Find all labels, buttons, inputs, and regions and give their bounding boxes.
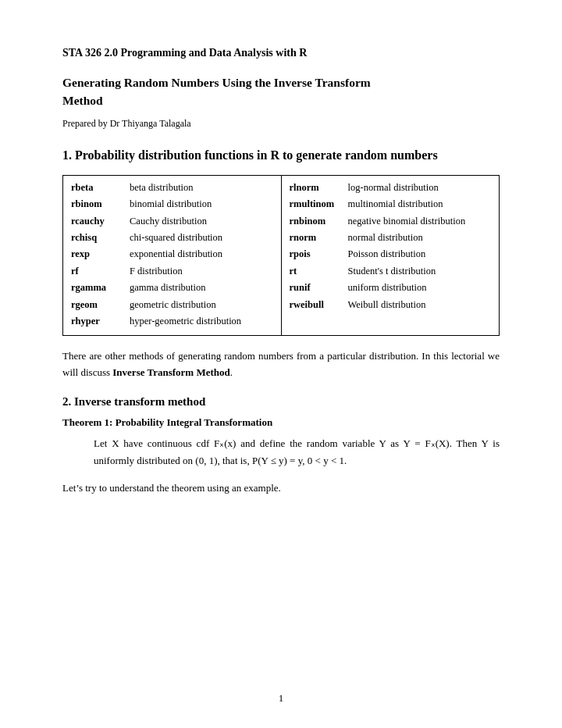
dist-name: rmultinom [290, 197, 348, 212]
dist-row-left: rhyperhyper-geometric distribution [71, 314, 273, 329]
dist-name: rexp [71, 247, 130, 262]
dist-name: rgeom [71, 298, 130, 312]
dist-desc: normal distribution [348, 230, 492, 245]
dist-desc: Student's t distribution [348, 264, 492, 279]
dist-name: rcauchy [71, 214, 130, 229]
dist-desc: geometric distribution [130, 298, 273, 312]
dist-row-right: rlnormlog-normal distribution [290, 180, 492, 195]
dist-row-left: rgeomgeometric distribution [71, 298, 273, 312]
dist-name: rlnorm [290, 180, 348, 195]
course-title: STA 326 2.0 Programming and Data Analysi… [62, 47, 500, 59]
dist-name: rnorm [290, 230, 348, 245]
dist-row-right: rpoisPoisson distribution [290, 247, 492, 262]
section1-heading: 1. Probability distribution functions in… [62, 147, 500, 164]
theorem-text: Let X have continuous cdf Fₓ(x) and defi… [94, 435, 500, 469]
dist-row-left: rgammagamma distribution [71, 280, 273, 295]
dist-desc: chi-squared distribution [130, 230, 273, 245]
dist-desc: exponential distribution [130, 247, 273, 262]
dist-desc: Weibull distribution [348, 298, 492, 312]
dist-desc: Cauchy distribution [130, 214, 273, 229]
dist-desc: log-normal distribution [348, 180, 492, 195]
dist-row-right: rweibullWeibull distribution [290, 298, 492, 312]
page: STA 326 2.0 Programming and Data Analysi… [0, 0, 562, 728]
dist-desc: hyper-geometric distribution [130, 314, 273, 329]
dist-desc: negative binomial distribution [348, 214, 492, 229]
dist-name: rhyper [71, 314, 130, 329]
dist-desc: gamma distribution [130, 280, 273, 295]
dist-desc: uniform distribution [348, 280, 492, 295]
example-intro: Let’s try to understand the theorem usin… [62, 480, 500, 497]
document-title: Generating Random Numbers Using the Inve… [62, 73, 500, 110]
dist-row-right: rmultinommultinomial distribution [290, 197, 492, 212]
section2-heading: 2. Inverse transform method [62, 395, 500, 409]
dist-desc: multinomial distribution [348, 197, 492, 212]
dist-name: rnbinom [290, 214, 348, 229]
page-number: 1 [279, 692, 284, 705]
dist-row-left: rfF distribution [71, 264, 273, 279]
inverse-transform-intro: There are other methods of generating ra… [62, 348, 500, 381]
dist-row-right: runifuniform distribution [290, 280, 492, 295]
dist-name: rpois [290, 247, 348, 262]
dist-desc: F distribution [130, 264, 273, 279]
distribution-table-right: rlnormlog-normal distributionrmultinommu… [282, 176, 500, 335]
dist-row-left: rchisqchi-squared distribution [71, 230, 273, 245]
distribution-table: rbetabeta distributionrbinombinomial dis… [62, 175, 500, 336]
dist-desc: Poisson distribution [348, 247, 492, 262]
theorem-heading: Theorem 1: Probability Integral Transfor… [62, 416, 500, 429]
dist-row-left: rbetabeta distribution [71, 180, 273, 195]
inverse-transform-bold: Inverse Transform Method [112, 366, 229, 378]
distribution-table-left: rbetabeta distributionrbinombinomial dis… [63, 176, 282, 335]
dist-row-left: rcauchyCauchy distribution [71, 214, 273, 229]
dist-name: rgamma [71, 280, 130, 295]
dist-row-right: rtStudent's t distribution [290, 264, 492, 279]
dist-row-left: rexpexponential distribution [71, 247, 273, 262]
dist-row-left: rbinombinomial distribution [71, 197, 273, 212]
dist-row-right: rnormnormal distribution [290, 230, 492, 245]
dist-name: rweibull [290, 298, 348, 312]
dist-name: runif [290, 280, 348, 295]
prepared-by: Prepared by Dr Thiyanga Talagala [62, 118, 500, 130]
dist-name: rbinom [71, 197, 130, 212]
dist-desc: binomial distribution [130, 197, 273, 212]
dist-name: rt [290, 264, 348, 279]
dist-name: rchisq [71, 230, 130, 245]
dist-row-right: rnbinomnegative binomial distribution [290, 214, 492, 229]
dist-desc: beta distribution [130, 180, 273, 195]
dist-name: rf [71, 264, 130, 279]
dist-name: rbeta [71, 180, 130, 195]
